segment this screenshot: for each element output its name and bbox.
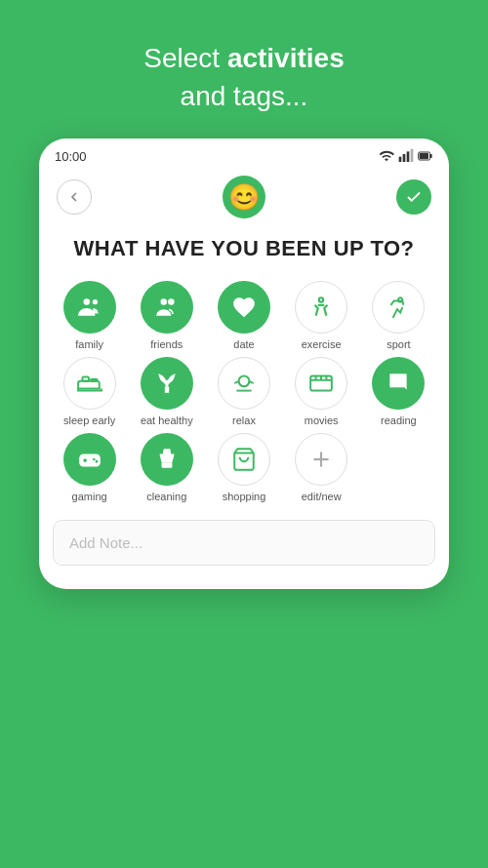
activity-item-shopping[interactable]: shopping bbox=[207, 433, 280, 503]
battery-icon bbox=[418, 148, 433, 164]
activity-item-cleaning[interactable]: cleaning bbox=[130, 433, 203, 503]
svg-point-11 bbox=[319, 297, 323, 301]
header-bold: activities bbox=[227, 43, 345, 73]
phone-card: 10:00 😊 WHAT HAVE YOU BEEN UP TO? family… bbox=[39, 138, 449, 588]
activity-item-eat-healthy[interactable]: eat healthy bbox=[130, 357, 203, 427]
activity-item-reading[interactable]: reading bbox=[362, 357, 435, 427]
emoji-avatar: 😊 bbox=[223, 176, 265, 218]
status-bar: 10:00 bbox=[39, 138, 449, 168]
activity-label-reading: reading bbox=[381, 414, 417, 427]
activity-label-exercise: exercise bbox=[302, 338, 342, 351]
svg-rect-14 bbox=[91, 379, 98, 381]
activity-item-sport[interactable]: sport bbox=[362, 281, 435, 351]
activity-label-family: family bbox=[75, 338, 103, 351]
chevron-left-icon bbox=[66, 189, 82, 205]
activity-item-movies[interactable]: movies bbox=[285, 357, 358, 427]
activity-item-family[interactable]: family bbox=[53, 281, 126, 351]
activity-label-relax: relax bbox=[232, 414, 256, 427]
status-time: 10:00 bbox=[55, 149, 87, 164]
activity-label-shopping: shopping bbox=[223, 491, 266, 503]
svg-rect-1 bbox=[403, 154, 406, 162]
svg-point-9 bbox=[160, 298, 167, 305]
svg-point-7 bbox=[83, 298, 90, 305]
svg-rect-5 bbox=[430, 154, 432, 158]
header-section: Select activities and tags... bbox=[143, 39, 344, 115]
activity-item-gaming[interactable]: gaming bbox=[53, 433, 126, 503]
activity-item-relax[interactable]: relax bbox=[207, 357, 280, 427]
activity-item-exercise[interactable]: exercise bbox=[285, 281, 358, 351]
activity-item-sleep-early[interactable]: sleep early bbox=[53, 357, 126, 427]
activity-label-sleep-early: sleep early bbox=[63, 414, 115, 427]
confirm-button[interactable] bbox=[396, 179, 431, 215]
wifi-icon bbox=[379, 148, 394, 164]
emoji-icon: 😊 bbox=[228, 182, 260, 213]
activity-label-movies: movies bbox=[305, 414, 339, 427]
status-icons bbox=[379, 148, 433, 164]
header-line2: and tags... bbox=[181, 81, 308, 111]
checkmark-icon bbox=[405, 188, 423, 206]
signal-icon bbox=[398, 148, 414, 164]
header-line1: Select activities bbox=[143, 43, 344, 73]
activity-item-edit-new[interactable]: edit/new bbox=[285, 433, 358, 503]
svg-rect-27 bbox=[161, 463, 172, 468]
svg-point-10 bbox=[168, 298, 175, 305]
activity-label-cleaning: cleaning bbox=[146, 491, 186, 503]
activity-label-sport: sport bbox=[386, 338, 410, 351]
svg-rect-6 bbox=[420, 153, 428, 159]
activity-label-gaming: gaming bbox=[72, 491, 107, 503]
activity-item-friends[interactable]: friends bbox=[130, 281, 203, 351]
activity-label-friends: friends bbox=[150, 338, 183, 351]
note-placeholder: Add Note... bbox=[69, 534, 142, 551]
svg-rect-0 bbox=[399, 157, 402, 162]
card-header: 😊 bbox=[39, 168, 449, 230]
svg-point-25 bbox=[93, 458, 96, 461]
activity-item-date[interactable]: date bbox=[207, 281, 280, 351]
svg-rect-2 bbox=[407, 152, 410, 163]
svg-point-26 bbox=[95, 460, 98, 463]
svg-rect-13 bbox=[82, 377, 89, 381]
activity-label-edit-new: edit/new bbox=[302, 491, 342, 503]
svg-point-8 bbox=[92, 299, 97, 304]
question-text: WHAT HAVE YOU BEEN UP TO? bbox=[39, 230, 449, 281]
note-input[interactable]: Add Note... bbox=[53, 520, 435, 566]
activities-grid: familyfriendsdateexercisesportsleep earl… bbox=[39, 281, 449, 504]
back-button[interactable] bbox=[57, 179, 92, 215]
activity-label-eat-healthy: eat healthy bbox=[141, 414, 193, 427]
svg-rect-3 bbox=[411, 149, 414, 162]
activity-label-date: date bbox=[233, 338, 254, 351]
